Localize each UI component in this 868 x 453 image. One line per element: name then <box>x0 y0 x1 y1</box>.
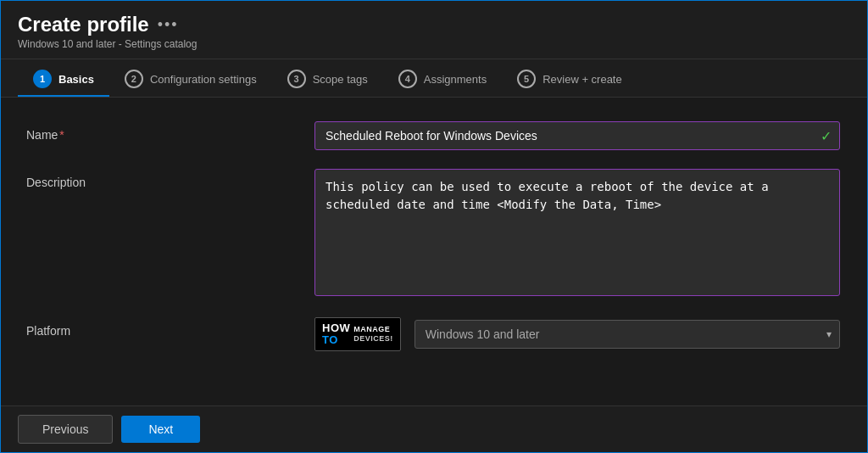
description-form-row: Description <box>26 169 842 299</box>
wizard-step-scope[interactable]: 3 Scope tags <box>272 59 383 97</box>
wizard-step-configuration[interactable]: 2 Configuration settings <box>109 59 272 97</box>
step-circle-4: 4 <box>398 70 417 88</box>
platform-row: HOW TO MANAGE DEVICES! Windows 10 and la… <box>314 317 840 351</box>
description-field-wrapper <box>314 169 840 299</box>
step-circle-2: 2 <box>125 70 143 88</box>
page-header: Create profile ••• Windows 10 and later … <box>1 1 867 59</box>
logo-manage-devices: MANAGE DEVICES! <box>353 325 393 344</box>
wizard-step-assignments[interactable]: 4 Assignments <box>383 59 502 97</box>
platform-field-wrapper: HOW TO MANAGE DEVICES! Windows 10 and la… <box>314 317 840 351</box>
platform-select-wrapper: Windows 10 and later ▾ <box>415 320 840 349</box>
previous-button[interactable]: Previous <box>18 415 113 444</box>
step-circle-5: 5 <box>517 70 536 88</box>
step-circle-1: 1 <box>33 70 52 88</box>
name-valid-icon: ✓ <box>821 128 832 144</box>
step-label-configuration: Configuration settings <box>150 73 257 86</box>
footer: Previous Next <box>1 405 867 452</box>
name-label: Name* <box>26 121 314 142</box>
wizard-navigation: 1 Basics 2 Configuration settings 3 Scop… <box>1 59 867 98</box>
logo-to: TO <box>322 334 350 346</box>
how-to-manage-devices-logo: HOW TO MANAGE DEVICES! <box>314 317 401 351</box>
page-subtitle: Windows 10 and later - Settings catalog <box>18 38 850 50</box>
name-field-wrapper: ✓ <box>314 121 840 150</box>
step-circle-3: 3 <box>287 70 306 88</box>
step-label-assignments: Assignments <box>424 73 487 86</box>
page-title: Create profile <box>18 13 149 36</box>
next-button[interactable]: Next <box>121 416 200 443</box>
step-label-scope: Scope tags <box>313 73 368 86</box>
name-required-marker: * <box>59 128 64 142</box>
main-content: Name* ✓ Description Platform HOW <box>1 98 867 405</box>
description-textarea[interactable] <box>314 169 840 296</box>
name-input[interactable] <box>314 121 840 150</box>
name-form-row: Name* ✓ <box>26 121 842 150</box>
platform-select[interactable]: Windows 10 and later <box>415 320 840 349</box>
platform-form-row: Platform HOW TO MANAGE DEVICES! Windows … <box>26 317 842 351</box>
wizard-step-review[interactable]: 5 Review + create <box>502 59 637 97</box>
wizard-step-basics[interactable]: 1 Basics <box>18 59 109 97</box>
platform-label: Platform <box>26 317 314 338</box>
description-label: Description <box>26 169 314 189</box>
logo-how: HOW <box>322 322 350 334</box>
step-label-basics: Basics <box>58 73 94 86</box>
name-input-container: ✓ <box>314 121 840 150</box>
more-options-button[interactable]: ••• <box>158 16 179 34</box>
step-label-review: Review + create <box>542 73 622 86</box>
